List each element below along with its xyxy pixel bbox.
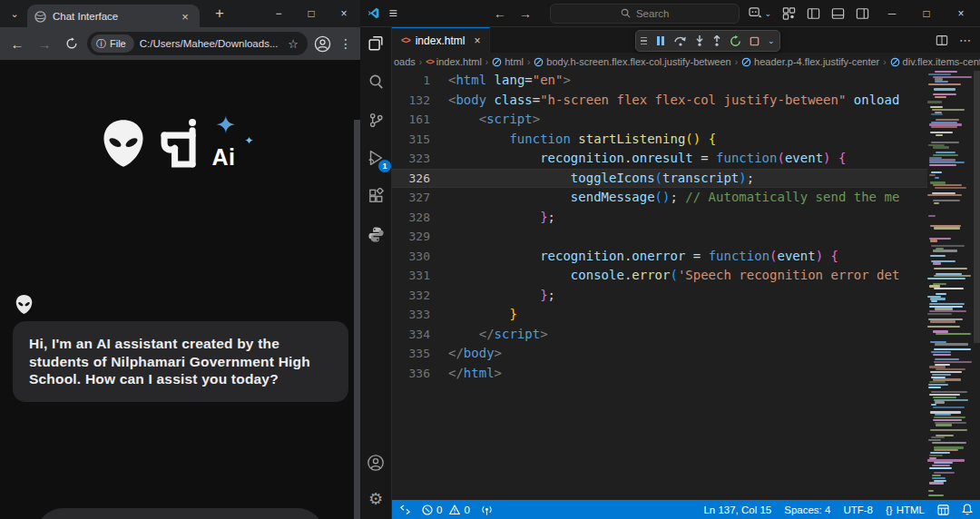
reload-button[interactable] [60, 32, 83, 55]
symbol-icon [741, 57, 751, 67]
bengali-letter-logo [151, 115, 207, 171]
code-line[interactable]: 335</body> [392, 344, 927, 364]
toggle-secondary-sidebar-icon[interactable] [856, 7, 869, 20]
step-into-icon[interactable] [695, 35, 704, 46]
code-line[interactable]: 329 [392, 227, 927, 247]
cursor-position[interactable]: Ln 137, Col 15 [703, 504, 771, 515]
tab-close-icon[interactable]: × [474, 34, 480, 47]
debug-dropdown-icon[interactable]: ⌄ [768, 36, 775, 45]
drag-handle-icon[interactable] [641, 37, 647, 45]
profile-button[interactable] [311, 33, 333, 54]
remote-indicator[interactable] [399, 504, 411, 515]
run-debug-icon[interactable]: 1 [365, 147, 387, 169]
code-line[interactable]: 315 function startListening() { [392, 130, 927, 150]
vscode-minimize-button[interactable]: ─ [880, 7, 904, 20]
maximize-button[interactable]: □ [295, 0, 328, 27]
code-line[interactable]: 323 recognition.onresult = function(even… [392, 149, 927, 169]
toggle-panel-icon[interactable] [831, 7, 845, 20]
problems-indicator[interactable]: 0 0 [422, 504, 470, 515]
screen: ⌄ Chat Interface × + − □ × ← → ⓘ Fi [0, 0, 980, 519]
source-control-icon[interactable] [365, 109, 387, 131]
split-editor-icon[interactable] [936, 34, 948, 46]
tab-close-icon[interactable]: × [178, 9, 192, 24]
code-line[interactable]: 333 } [392, 305, 927, 325]
close-button[interactable]: × [328, 0, 360, 27]
editor-group: <> index.html × ⌄ [392, 27, 980, 519]
browser-menu-icon[interactable]: ⋮ [337, 36, 355, 51]
chat-input[interactable]: Ask me anything you wa [36, 508, 324, 519]
restart-icon[interactable] [730, 35, 741, 47]
more-actions-icon[interactable]: ⋯ [959, 34, 971, 47]
vscode-close-button[interactable]: × [949, 7, 973, 20]
step-over-icon[interactable] [674, 35, 687, 46]
code-line[interactable]: 1<html lang="en"> [392, 71, 927, 91]
notifications-button[interactable] [962, 504, 973, 515]
code-line[interactable]: 326 toggleIcons(transcript); [392, 169, 927, 189]
editor-scrollbar[interactable] [974, 71, 980, 500]
warning-count: 0 [464, 504, 469, 515]
code-line[interactable]: 331 console.error('Speech recognition er… [392, 266, 927, 286]
code-lines: 1<html lang="en">132<body class="h-scree… [392, 71, 927, 500]
breadcrumb-item[interactable]: div.flex.items-center [890, 56, 980, 67]
pause-icon[interactable] [655, 35, 666, 46]
browser-tab[interactable]: Chat Interface × [27, 5, 200, 28]
tab-search-button[interactable]: ⌄ [4, 4, 25, 24]
code-line[interactable]: 336</html> [392, 364, 927, 384]
activity-bar: 1 ⚙ [360, 27, 392, 519]
browser-scrollbar[interactable] [354, 120, 360, 519]
port-forward-indicator[interactable] [481, 504, 493, 515]
breadcrumb-item[interactable]: body.h-screen.flex.flex-col.justify-betw… [534, 56, 730, 67]
line-number: 335 [392, 344, 448, 364]
search-sidebar-icon[interactable] [365, 71, 387, 93]
line-number: 161 [392, 110, 448, 130]
indentation[interactable]: Spaces: 4 [784, 504, 830, 515]
explorer-icon[interactable] [365, 33, 387, 54]
alien-avatar-icon [15, 294, 34, 315]
code-line[interactable]: 332 }; [392, 286, 927, 306]
breadcrumb-item[interactable]: html [492, 56, 524, 67]
code-line[interactable]: 334 </script> [392, 325, 927, 345]
forward-button[interactable]: → [33, 32, 56, 55]
copilot-button[interactable]: ⌄ [749, 7, 771, 19]
menu-icon[interactable]: ≡ [389, 5, 397, 22]
nav-back-icon[interactable]: ← [494, 6, 506, 21]
extensions-icon[interactable] [365, 185, 387, 207]
code-editor[interactable]: 1<html lang="en">132<body class="h-scree… [392, 71, 980, 500]
history-nav: ← → [494, 6, 532, 21]
back-button[interactable]: ← [5, 32, 29, 55]
breadcrumb-item[interactable]: header.p-4.flex.justify-center [741, 56, 879, 67]
scrollbar-slider[interactable] [974, 71, 980, 343]
code-line[interactable]: 327 sendMessage(); // Automatically send… [392, 188, 927, 208]
minimap[interactable] [927, 71, 973, 496]
file-scheme-chip[interactable]: ⓘ File [91, 34, 134, 53]
python-icon[interactable] [365, 223, 387, 245]
new-tab-button[interactable]: + [209, 3, 230, 24]
stop-icon[interactable] [750, 36, 760, 46]
breadcrumb-item[interactable]: <>index.html [426, 56, 482, 67]
language-mode[interactable]: {} HTML [886, 504, 925, 515]
titlebar-actions: ⌄ ─ □ × [749, 7, 973, 20]
code-line[interactable]: 328 }; [392, 208, 927, 228]
bookmark-star-icon[interactable]: ☆ [288, 37, 299, 51]
code-line[interactable]: 132<body class="h-screen flex flex-col j… [392, 91, 927, 111]
live-preview-button[interactable] [937, 504, 949, 515]
code-line[interactable]: 330 recognition.onerror = function(event… [392, 247, 927, 267]
debug-badge: 1 [378, 160, 391, 172]
tab-index-html[interactable]: <> index.html × [392, 27, 490, 53]
step-out-icon[interactable] [712, 35, 721, 46]
code-line[interactable]: 161 <script> [392, 110, 927, 130]
grid-icon [937, 504, 949, 515]
address-bar[interactable]: ⓘ File C:/Users/Mahee/Downloads... ☆ [87, 32, 308, 55]
nav-forward-icon[interactable]: → [519, 6, 532, 21]
accounts-icon[interactable] [365, 452, 387, 474]
sparkle-small-icon: ✦ [244, 134, 253, 147]
encoding[interactable]: UTF-8 [843, 504, 873, 515]
breadcrumb-item[interactable]: oads [394, 56, 416, 67]
command-search-box[interactable]: Search [550, 4, 740, 24]
url-text[interactable]: C:/Users/Mahee/Downloads... [140, 38, 283, 49]
minimize-button[interactable]: − [262, 0, 295, 27]
customize-layout-icon[interactable] [782, 7, 796, 20]
toggle-sidebar-icon[interactable] [807, 7, 820, 20]
settings-gear-icon[interactable]: ⚙ [365, 488, 387, 510]
vscode-maximize-button[interactable]: □ [915, 7, 938, 20]
